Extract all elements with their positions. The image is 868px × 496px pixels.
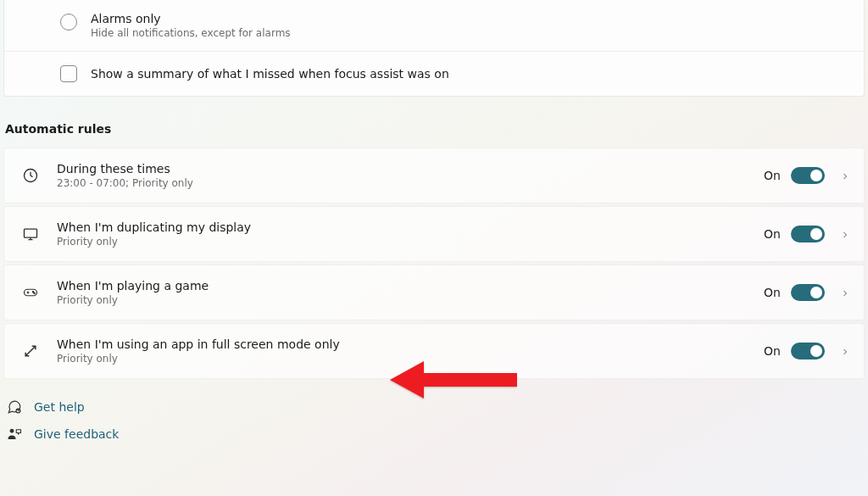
- give-feedback-link[interactable]: Give feedback: [7, 426, 868, 442]
- automatic-rules-heading: Automatic rules: [5, 122, 868, 136]
- toggle-status: On: [764, 227, 781, 241]
- give-feedback-label: Give feedback: [34, 427, 119, 441]
- fullscreen-icon: [21, 342, 40, 360]
- get-help-link[interactable]: Get help: [7, 399, 868, 415]
- chevron-right-icon: [840, 347, 849, 355]
- toggle-switch[interactable]: [791, 343, 825, 359]
- svg-point-3: [32, 292, 33, 293]
- show-summary-option[interactable]: Show a summary of what I missed when foc…: [4, 51, 864, 96]
- rule-texts: When I'm using an app in full screen mod…: [57, 337, 747, 365]
- checkbox-unchecked-icon: [60, 65, 77, 82]
- rule-title: During these times: [57, 162, 747, 176]
- svg-rect-1: [25, 229, 37, 237]
- alarms-only-label: Alarms only: [91, 12, 291, 25]
- rule-full-screen-app[interactable]: When I'm using an app in full screen mod…: [3, 323, 865, 379]
- rule-texts: During these times 23:00 - 07:00; Priori…: [57, 162, 747, 189]
- toggle-status: On: [764, 344, 781, 358]
- rule-title: When I'm using an app in full screen mod…: [57, 337, 747, 351]
- feedback-icon: [7, 426, 22, 442]
- rule-controls: On: [764, 226, 849, 242]
- toggle-switch[interactable]: [791, 167, 825, 184]
- alarms-only-texts: Alarms only Hide all notifications, exce…: [91, 12, 291, 39]
- footer-links: Get help Give feedback: [0, 399, 868, 442]
- toggle-status: On: [764, 169, 781, 182]
- get-help-label: Get help: [34, 400, 85, 414]
- rule-subtitle: Priority only: [57, 236, 747, 248]
- rule-duplicating-display[interactable]: When I'm duplicating my display Priority…: [3, 206, 865, 262]
- clock-icon: [21, 166, 40, 185]
- rule-texts: When I'm duplicating my display Priority…: [57, 220, 747, 248]
- chevron-right-icon: [840, 230, 849, 238]
- rule-controls: On: [764, 343, 849, 359]
- radio-unselected-icon: [60, 14, 77, 31]
- rule-subtitle: Priority only: [57, 353, 747, 365]
- svg-point-4: [34, 293, 35, 293]
- rule-controls: On: [764, 167, 849, 184]
- toggle-status: On: [764, 286, 781, 299]
- monitor-icon: [21, 225, 40, 243]
- alarms-only-description: Hide all notifications, except for alarm…: [91, 27, 291, 39]
- rule-during-these-times[interactable]: During these times 23:00 - 07:00; Priori…: [3, 148, 865, 203]
- toggle-switch[interactable]: [791, 226, 825, 242]
- rule-playing-game[interactable]: When I'm playing a game Priority only On: [3, 265, 865, 320]
- rule-title: When I'm playing a game: [57, 279, 747, 293]
- alarms-only-option[interactable]: Alarms only Hide all notifications, exce…: [4, 0, 864, 51]
- rule-subtitle: Priority only: [57, 294, 747, 306]
- rule-title: When I'm duplicating my display: [57, 220, 747, 234]
- rule-controls: On: [764, 284, 849, 301]
- gamepad-icon: [21, 283, 40, 302]
- automatic-rules-list: During these times 23:00 - 07:00; Priori…: [0, 148, 868, 379]
- chevron-right-icon: [840, 288, 849, 297]
- help-icon: [7, 399, 22, 415]
- chevron-right-icon: [840, 171, 849, 180]
- rule-texts: When I'm playing a game Priority only: [57, 279, 747, 306]
- show-summary-label: Show a summary of what I missed when foc…: [91, 67, 449, 81]
- toggle-switch[interactable]: [791, 284, 825, 301]
- svg-point-6: [10, 429, 14, 433]
- rule-subtitle: 23:00 - 07:00; Priority only: [57, 177, 747, 189]
- focus-options-card: Alarms only Hide all notifications, exce…: [3, 0, 865, 97]
